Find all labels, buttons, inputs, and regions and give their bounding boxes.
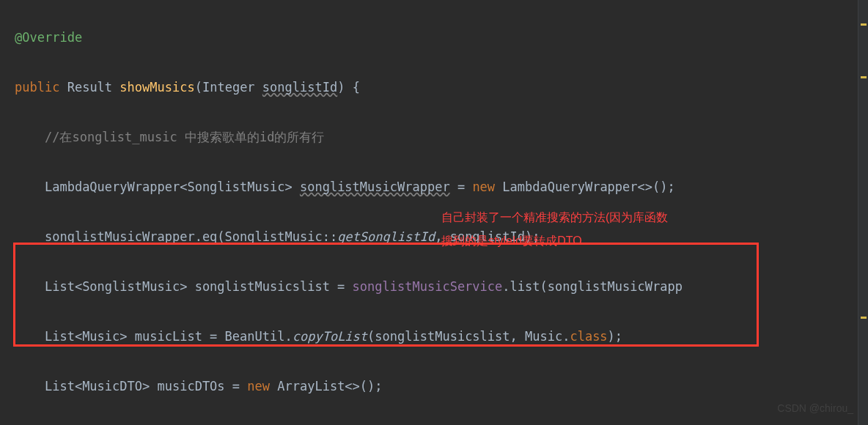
editor-gutter[interactable]	[858, 0, 868, 425]
param-type: Integer	[202, 80, 255, 95]
l5-a: List<SonglistMusic> songlistMusicslist =	[45, 279, 353, 294]
l6-copy: copyToList	[293, 329, 367, 344]
l3-eq: =	[450, 180, 473, 194]
method-name: showMusics	[119, 80, 194, 95]
l3-type: LambdaQueryWrapper<SonglistMusic>	[45, 180, 300, 194]
l3-ctor: LambdaQueryWrapper<>();	[495, 180, 675, 194]
gutter-marker[interactable]	[861, 23, 867, 26]
l7-b: ArrayList<>();	[270, 379, 383, 393]
l6-e: );	[608, 329, 622, 344]
l4-method-ref: getSonglistId	[337, 229, 435, 244]
annotation-override: @Override	[15, 30, 82, 45]
l7-a: List<MusicDTO> musicDTOs =	[45, 379, 247, 393]
brace: {	[345, 80, 359, 95]
annotation-text-1: 自己封装了一个精准搜索的方法(因为库函数	[441, 205, 668, 230]
return-type: Result	[67, 80, 112, 95]
l4-a: songlistMusicWrapper.eq(SonglistMusic::	[45, 229, 337, 244]
l5-c: .list(songlistMusicWrapp	[502, 279, 683, 294]
kw-class: class	[570, 329, 607, 344]
gutter-marker[interactable]	[861, 317, 867, 319]
l6-a: List<Music> musicList = BeanUtil.	[45, 329, 293, 344]
kw-new-1: new	[472, 180, 495, 194]
kw-new-2: new	[247, 379, 270, 393]
l3-var: songlistMusicWrapper	[300, 180, 450, 194]
annotation-text-2: 搜到的是styleId要转成DTO	[441, 229, 582, 254]
gutter-marker[interactable]	[861, 76, 867, 78]
kw-public: public	[15, 80, 59, 95]
param-name: songlistId	[262, 80, 337, 95]
watermark: CSDN @chirou_	[777, 396, 853, 421]
comment-1: //在songlist_music 中搜索歌单的id的所有行	[45, 130, 324, 144]
l6-c: (songlistMusicslist, Music.	[367, 329, 570, 344]
l5-service: songlistMusicService	[353, 279, 503, 294]
code-editor[interactable]: @Override public Result showMusics(Integ…	[0, 0, 868, 425]
